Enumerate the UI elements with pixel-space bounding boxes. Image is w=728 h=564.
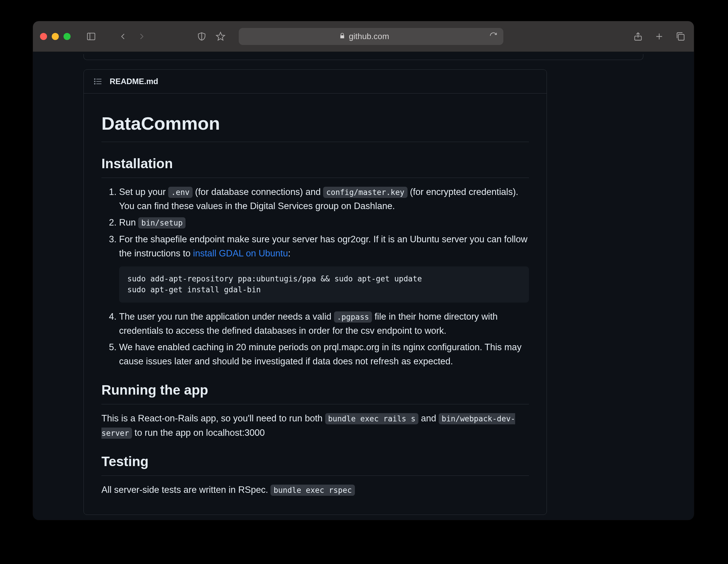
url-host: github.com (349, 32, 389, 41)
install-step-4: The user you run the application under n… (119, 310, 529, 338)
readme-h1: DataCommon (101, 109, 529, 142)
svg-rect-0 (87, 33, 95, 40)
install-step-2: Run bin/setup (119, 216, 529, 230)
readme-header: README.md (84, 70, 547, 94)
code-bin-setup: bin/setup (138, 217, 186, 228)
safari-toolbar: github.com (33, 21, 694, 52)
lock-icon (339, 32, 345, 41)
heading-testing: Testing (101, 451, 529, 476)
running-paragraph: This is a React-on-Rails app, so you'll … (101, 411, 529, 440)
close-window-button[interactable] (40, 33, 47, 40)
heading-running: Running the app (101, 380, 529, 404)
browser-window: github.com (33, 21, 694, 520)
testing-paragraph: All server-side tests are written in RSp… (101, 483, 529, 497)
svg-marker-3 (216, 32, 225, 40)
link-install-gdal[interactable]: install GDAL on Ubuntu (193, 248, 288, 258)
back-button[interactable] (116, 30, 129, 43)
svg-rect-7 (678, 34, 684, 40)
install-step-1: Set up your .env (for database connectio… (119, 185, 529, 213)
reload-button[interactable] (489, 32, 497, 41)
forward-button (135, 30, 148, 43)
fullscreen-window-button[interactable] (64, 33, 71, 40)
github-page: README.md DataCommon Installation Set up… (33, 52, 694, 520)
address-bar[interactable]: github.com (239, 28, 503, 45)
code-pgpass: .pgpass (334, 311, 372, 323)
svg-point-13 (94, 84, 95, 84)
install-step-3: For the shapefile endpoint make sure you… (119, 232, 529, 303)
svg-point-11 (94, 79, 95, 80)
privacy-shield-icon[interactable] (195, 30, 208, 43)
readme-body: DataCommon Installation Set up your .env… (84, 94, 547, 515)
readme-container: README.md DataCommon Installation Set up… (84, 69, 547, 515)
minimize-window-button[interactable] (52, 33, 59, 40)
toc-button[interactable] (92, 76, 104, 87)
bookmark-star-icon[interactable] (214, 30, 227, 43)
share-button[interactable] (632, 30, 644, 43)
new-tab-button[interactable] (653, 30, 666, 43)
install-steps-list: Set up your .env (for database connectio… (119, 185, 529, 368)
code-rspec: bundle exec rspec (271, 485, 355, 496)
code-env: .env (168, 187, 193, 198)
svg-point-12 (94, 81, 95, 82)
repo-filelist-bottom-edge (84, 54, 643, 60)
install-step-5: We have enabled caching in 20 minute per… (119, 340, 529, 368)
readme-filename[interactable]: README.md (110, 77, 158, 86)
heading-installation: Installation (101, 153, 529, 178)
sidebar-toggle-button[interactable] (85, 30, 98, 43)
code-block-gdal: sudo add-apt-repository ppa:ubuntugis/pp… (119, 266, 529, 303)
window-controls (40, 33, 71, 40)
tab-overview-button[interactable] (674, 30, 687, 43)
code-rails-s: bundle exec rails s (325, 413, 418, 424)
code-master-key: config/master.key (323, 187, 407, 198)
